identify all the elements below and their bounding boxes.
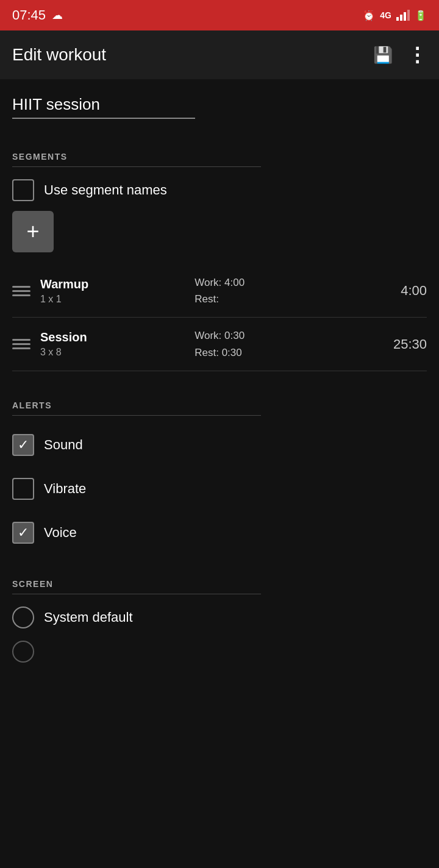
vibrate-checkbox[interactable]: [12, 478, 34, 500]
svg-rect-0: [396, 17, 399, 21]
cloud-icon: ☁: [52, 9, 63, 22]
battery-icon: 🔋: [415, 10, 427, 21]
use-segment-names-row[interactable]: Use segment names: [12, 179, 427, 201]
sound-checkbox[interactable]: ✓: [12, 434, 34, 456]
segments-divider: [12, 166, 261, 167]
alarm-icon: ⏰: [363, 10, 375, 21]
screen-divider: [12, 594, 261, 594]
svg-rect-3: [407, 10, 410, 21]
add-segment-button[interactable]: +: [12, 211, 54, 252]
segment-info: Session 3 x 8: [40, 330, 185, 358]
radio-inner: [18, 646, 29, 657]
use-segment-names-label: Use segment names: [44, 182, 167, 198]
save-button[interactable]: 💾: [373, 46, 393, 65]
drag-handle-icon[interactable]: [12, 339, 30, 349]
segment-rest: Rest:: [195, 291, 368, 307]
segment-sets: 1 x 1: [40, 294, 185, 305]
checkmark-icon: ✓: [18, 438, 29, 452]
svg-rect-1: [400, 15, 402, 21]
status-time: 07:45: [12, 7, 46, 23]
system-default-row[interactable]: System default: [12, 607, 427, 628]
second-radio-row[interactable]: [12, 641, 427, 663]
signal-bars-icon: [396, 10, 410, 21]
voice-label: Voice: [44, 525, 77, 541]
segment-duration: 25:30: [378, 336, 427, 352]
toolbar-actions: 💾 ⋮: [373, 43, 427, 66]
system-default-label: System default: [44, 610, 133, 625]
use-segment-names-checkbox[interactable]: [12, 179, 34, 201]
add-icon: +: [26, 221, 39, 243]
sound-row[interactable]: ✓ Sound: [12, 428, 427, 462]
svg-rect-2: [404, 12, 406, 21]
segment-sets: 3 x 8: [40, 347, 185, 358]
network-label: 4G: [380, 10, 391, 20]
segment-duration: 4:00: [378, 283, 427, 299]
main-content: SEGMENTS Use segment names + Warmup 1 x …: [0, 79, 439, 699]
segments-list: Warmup 1 x 1 Work: 4:00 Rest: 4:00 Sessi…: [12, 265, 427, 371]
vibrate-row[interactable]: Vibrate: [12, 472, 427, 506]
radio-inner: [18, 612, 29, 623]
table-row[interactable]: Session 3 x 8 Work: 0:30 Rest: 0:30 25:3…: [12, 318, 427, 371]
voice-row[interactable]: ✓ Voice: [12, 516, 427, 550]
segment-work: Work: 4:00: [195, 274, 368, 291]
checkmark-icon: ✓: [18, 526, 29, 539]
workout-name-input[interactable]: [12, 91, 195, 119]
screen-section-label: SCREEN: [12, 579, 427, 589]
alerts-section-label: ALERTS: [12, 400, 427, 410]
status-bar: 07:45 ☁ ⏰ 4G 🔋: [0, 0, 439, 30]
system-default-radio[interactable]: [12, 607, 34, 628]
second-radio[interactable]: [12, 641, 34, 663]
segment-name: Session: [40, 330, 185, 344]
page-title: Edit workout: [12, 45, 106, 65]
segment-times: Work: 4:00 Rest:: [195, 274, 368, 307]
drag-handle-icon[interactable]: [12, 286, 30, 296]
table-row[interactable]: Warmup 1 x 1 Work: 4:00 Rest: 4:00: [12, 265, 427, 318]
segment-times: Work: 0:30 Rest: 0:30: [195, 327, 368, 360]
status-bar-right: ⏰ 4G 🔋: [363, 10, 427, 21]
voice-checkbox[interactable]: ✓: [12, 522, 34, 544]
toolbar: Edit workout 💾 ⋮: [0, 30, 439, 79]
segment-name: Warmup: [40, 277, 185, 291]
more-options-button[interactable]: ⋮: [407, 43, 427, 66]
sound-label: Sound: [44, 437, 83, 453]
segment-rest: Rest: 0:30: [195, 344, 368, 361]
vibrate-label: Vibrate: [44, 481, 86, 497]
segments-section-label: SEGMENTS: [12, 152, 427, 162]
status-bar-left: 07:45 ☁: [12, 7, 63, 23]
segment-work: Work: 0:30: [195, 327, 368, 344]
segment-info: Warmup 1 x 1: [40, 277, 185, 305]
alerts-divider: [12, 415, 261, 416]
